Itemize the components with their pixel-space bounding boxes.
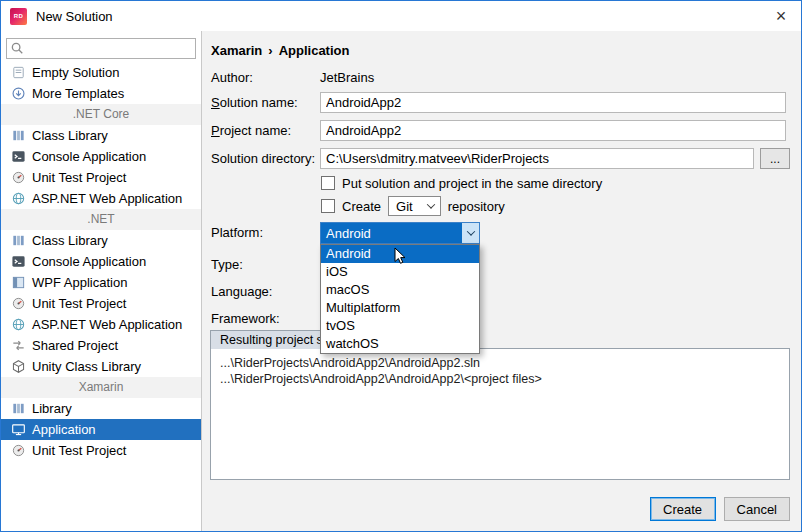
sidebar-item-label: Unity Class Library bbox=[32, 359, 141, 374]
language-label: Language: bbox=[211, 284, 272, 299]
main-panel: Xamarin›Application Author: JetBrains So… bbox=[202, 31, 801, 531]
chevron-down-icon bbox=[423, 197, 440, 215]
shared-project-icon bbox=[10, 338, 26, 354]
library-icon bbox=[10, 401, 26, 417]
sidebar-item-unit-test-project[interactable]: Unit Test Project bbox=[1, 440, 201, 461]
sidebar-item-unity-class-library[interactable]: Unity Class Library bbox=[1, 356, 201, 377]
sidebar-item-unit-test-project[interactable]: Unit Test Project bbox=[1, 167, 201, 188]
application-monitor-icon bbox=[10, 422, 26, 438]
web-globe-icon bbox=[10, 317, 26, 333]
breadcrumb-current: Application bbox=[279, 43, 350, 58]
create-button[interactable]: Create bbox=[650, 497, 716, 521]
chevron-down-icon bbox=[462, 223, 479, 243]
wpf-application-icon bbox=[10, 275, 26, 291]
sidebar-item-library[interactable]: Library bbox=[1, 398, 201, 419]
dropdown-option-ios[interactable]: iOS bbox=[321, 263, 479, 281]
sidebar-item-label: Unit Test Project bbox=[32, 443, 126, 458]
repository-label: repository bbox=[448, 199, 505, 214]
dropdown-option-tvos[interactable]: tvOS bbox=[321, 317, 479, 335]
sidebar-item-label: WPF Application bbox=[32, 275, 127, 290]
same-directory-checkbox[interactable] bbox=[321, 176, 335, 190]
search-input[interactable] bbox=[6, 38, 196, 59]
dropdown-option-macos[interactable]: macOS bbox=[321, 281, 479, 299]
preview-line: ...\RiderProjects\AndroidApp2\AndroidApp… bbox=[220, 355, 780, 371]
sidebar-item-label: Unit Test Project bbox=[32, 170, 126, 185]
solution-name-input[interactable] bbox=[320, 92, 786, 113]
sidebar-item-label: ASP.NET Web Application bbox=[32, 317, 182, 332]
console-application-icon bbox=[10, 149, 26, 165]
sidebar-item-aspnet-web-application[interactable]: ASP.NET Web Application bbox=[1, 188, 201, 209]
class-library-icon bbox=[10, 128, 26, 144]
project-name-input[interactable] bbox=[320, 120, 786, 141]
search-icon bbox=[10, 41, 24, 55]
platform-selected-value: Android bbox=[321, 223, 462, 243]
author-label: Author: bbox=[211, 70, 253, 85]
sidebar-item-label: Console Application bbox=[32, 254, 146, 269]
project-name-label: Project name: bbox=[211, 123, 291, 138]
sidebar-item-shared-project[interactable]: Shared Project bbox=[1, 335, 201, 356]
sidebar-item-label: Console Application bbox=[32, 149, 146, 164]
unit-test-icon bbox=[10, 170, 26, 186]
dropdown-option-multiplatform[interactable]: Multiplatform bbox=[321, 299, 479, 317]
platform-label: Platform: bbox=[211, 225, 263, 240]
new-solution-dialog: RD New Solution × Empty Solution More Te… bbox=[0, 0, 802, 532]
sidebar-item-label: Unit Test Project bbox=[32, 296, 126, 311]
dropdown-option-watchos[interactable]: watchOS bbox=[321, 335, 479, 353]
sidebar-item-unit-test-project[interactable]: Unit Test Project bbox=[1, 293, 201, 314]
sidebar-item-label: Empty Solution bbox=[32, 65, 119, 80]
web-globe-icon bbox=[10, 191, 26, 207]
breadcrumb-separator: › bbox=[268, 43, 272, 58]
author-value: JetBrains bbox=[320, 70, 374, 85]
title-bar: RD New Solution × bbox=[1, 1, 801, 31]
more-templates-icon bbox=[10, 86, 26, 102]
sidebar-section-net-core: .NET Core bbox=[1, 104, 201, 125]
empty-solution-icon bbox=[10, 65, 26, 81]
same-directory-row: Put solution and project in the same dir… bbox=[321, 175, 602, 191]
rider-logo-icon: RD bbox=[10, 8, 27, 25]
platform-select[interactable]: Android bbox=[320, 222, 480, 244]
unit-test-icon bbox=[10, 296, 26, 312]
window-title: New Solution bbox=[36, 9, 113, 24]
sidebar-item-label: ASP.NET Web Application bbox=[32, 191, 182, 206]
framework-label: Framework: bbox=[211, 311, 280, 326]
vcs-selected-value: Git bbox=[396, 199, 423, 214]
sidebar-item-label: Library bbox=[32, 401, 72, 416]
sidebar-item-label: Class Library bbox=[32, 128, 108, 143]
template-search bbox=[6, 38, 196, 59]
breadcrumb: Xamarin›Application bbox=[211, 43, 349, 58]
vcs-select[interactable]: Git bbox=[388, 196, 441, 216]
same-directory-label[interactable]: Put solution and project in the same dir… bbox=[342, 176, 602, 191]
breadcrumb-parent[interactable]: Xamarin bbox=[211, 43, 262, 58]
sidebar-item-label: Shared Project bbox=[32, 338, 118, 353]
unit-test-icon bbox=[10, 443, 26, 459]
sidebar-item-class-library[interactable]: Class Library bbox=[1, 230, 201, 251]
sidebar-item-wpf-application[interactable]: WPF Application bbox=[1, 272, 201, 293]
solution-directory-label: Solution directory: bbox=[211, 151, 315, 166]
sidebar-item-console-application[interactable]: Console Application bbox=[1, 251, 201, 272]
sidebar-item-application[interactable]: Application bbox=[1, 419, 201, 440]
preview-line: ...\RiderProjects\AndroidApp2\AndroidApp… bbox=[220, 371, 780, 387]
dropdown-option-android[interactable]: Android bbox=[321, 245, 479, 263]
class-library-icon bbox=[10, 233, 26, 249]
cancel-button[interactable]: Cancel bbox=[724, 497, 790, 521]
dialog-footer: Create Cancel bbox=[650, 497, 790, 521]
sidebar-section-xamarin: Xamarin bbox=[1, 377, 201, 398]
sidebar-item-aspnet-web-application[interactable]: ASP.NET Web Application bbox=[1, 314, 201, 335]
sidebar-section-net: .NET bbox=[1, 209, 201, 230]
sidebar-item-label: Application bbox=[32, 422, 96, 437]
template-sidebar: Empty Solution More Templates .NET Core … bbox=[1, 31, 202, 531]
sidebar-item-label: Class Library bbox=[32, 233, 108, 248]
unity-cube-icon bbox=[10, 359, 26, 375]
console-application-icon bbox=[10, 254, 26, 270]
sidebar-item-more-templates[interactable]: More Templates bbox=[1, 83, 201, 104]
solution-directory-input[interactable] bbox=[320, 148, 754, 169]
sidebar-item-console-application[interactable]: Console Application bbox=[1, 146, 201, 167]
platform-dropdown-list: Android iOS macOS Multiplatform tvOS wat… bbox=[320, 244, 480, 354]
project-structure-preview: ...\RiderProjects\AndroidApp2\AndroidApp… bbox=[210, 348, 790, 480]
sidebar-item-empty-solution[interactable]: Empty Solution bbox=[1, 62, 201, 83]
browse-button[interactable]: ... bbox=[760, 148, 790, 169]
sidebar-item-class-library[interactable]: Class Library bbox=[1, 125, 201, 146]
create-repository-checkbox[interactable] bbox=[321, 199, 335, 213]
close-icon[interactable]: × bbox=[770, 7, 792, 25]
create-repository-label[interactable]: Create bbox=[342, 199, 381, 214]
